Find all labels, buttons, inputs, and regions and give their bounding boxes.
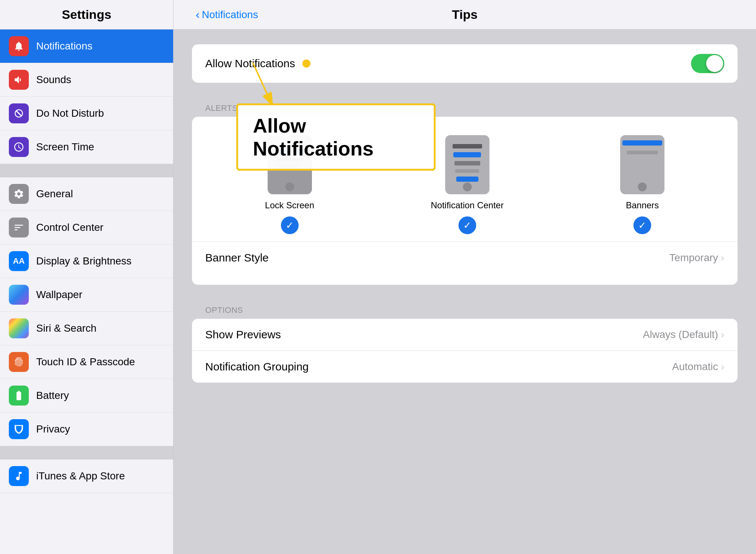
lock-screen-device: 9:41 [268,135,312,194]
device-time: 9:41 [285,140,295,146]
sidebar-item-battery[interactable]: Battery [0,379,173,413]
options-group: Show Previews Always (Default) › Notific… [192,319,738,383]
allow-notifications-label: Allow Notifications [205,57,295,70]
sidebar-item-sounds[interactable]: Sounds [0,63,173,97]
notification-grouping-value-text: Automatic [672,361,718,373]
header-right: ‹ Notifications Tips [173,0,756,29]
sidebar: Notifications Sounds Do Not Disturb [0,30,173,554]
privacy-icon [9,419,29,439]
sidebar-itunes-label: iTunes & App Store [36,470,125,482]
control-center-icon [9,218,29,237]
sidebar-notifications-label: Notifications [36,40,93,52]
notification-grouping-row[interactable]: Notification Grouping Automatic › [192,351,738,383]
screen-time-icon [9,137,29,157]
do-not-disturb-icon [9,103,29,123]
sidebar-touch-id-label: Touch ID & Passcode [36,356,135,368]
banner-style-value: Temporary › [669,252,724,264]
wallpaper-icon [9,285,29,305]
chevron-left-icon: ‹ [196,8,200,21]
notif-bar-2 [277,158,303,161]
chevron-right-icon-3: › [721,361,724,373]
lock-screen-label: Lock Screen [265,200,314,211]
notification-grouping-value: Automatic › [672,361,724,373]
sidebar-item-notifications[interactable]: Notifications [0,30,173,63]
notification-center-check[interactable]: ✓ [458,216,476,234]
allow-notifications-toggle[interactable] [691,54,724,73]
options-section-header: OPTIONS [192,298,738,319]
notification-grouping-label: Notification Grouping [205,360,309,373]
sidebar-item-siri-search[interactable]: Siri & Search [0,312,173,345]
notification-center-label: Notification Center [431,200,504,211]
toggle-knob [706,55,723,72]
options-section: OPTIONS Show Previews Always (Default) ›… [192,298,738,383]
sidebar-item-privacy[interactable]: Privacy [0,413,173,446]
back-button[interactable]: ‹ Notifications [196,8,258,21]
sidebar-item-control-center[interactable]: Control Center [0,211,173,244]
app-header: Settings ‹ Notifications Tips [0,0,756,30]
sidebar-general-label: General [36,188,73,200]
alert-option-lock-screen[interactable]: 9:41 Lock Screen ✓ [265,135,314,234]
back-label: Notifications [202,9,258,21]
show-previews-value: Always (Default) › [643,329,724,341]
chevron-right-icon-2: › [721,329,724,341]
display-brightness-icon: AA [9,251,29,271]
yellow-dot-annotation [302,59,310,68]
alerts-container: 9:41 Lock Screen ✓ [192,117,738,285]
battery-icon [9,386,29,406]
sidebar-display-label: Display & Brightness [36,255,131,267]
right-panel: Allow Notifications ALERTS [173,30,756,411]
notif-bar-1 [275,150,305,155]
banner-style-row[interactable]: Banner Style Temporary › [192,242,738,274]
banners-device [620,135,664,194]
notif-bar-3 [279,164,301,168]
sidebar-battery-label: Battery [36,390,69,401]
siri-search-icon [9,318,29,338]
allow-notifications-group: Allow Notifications [192,44,738,83]
nc-home-button [463,182,472,191]
banners-check[interactable]: ✓ [633,216,651,234]
show-previews-value-text: Always (Default) [643,329,718,341]
sidebar-wallpaper-label: Wallpaper [36,289,82,301]
sidebar-item-wallpaper[interactable]: Wallpaper [0,278,173,312]
alerts-section-header: ALERTS [192,96,738,117]
sidebar-divider-2 [0,446,173,459]
sidebar-screen-time-label: Screen Time [36,141,94,153]
sidebar-control-center-label: Control Center [36,222,103,233]
alerts-section: ALERTS 9:41 Lock Screen [192,96,738,285]
sidebar-item-general[interactable]: General [0,177,173,211]
chevron-right-icon: › [721,252,724,264]
home-button [285,182,294,191]
sidebar-item-touch-id[interactable]: Touch ID & Passcode [0,345,173,379]
lock-screen-check[interactable]: ✓ [281,216,299,234]
main-content: Notifications Sounds Do Not Disturb [0,30,756,554]
touch-id-icon [9,352,29,372]
sidebar-divider-1 [0,164,173,177]
sounds-icon [9,70,29,90]
banners-label: Banners [626,200,659,211]
sidebar-sounds-label: Sounds [36,74,71,86]
notifications-icon [9,36,29,56]
sidebar-item-screen-time[interactable]: Screen Time [0,130,173,164]
banner-style-value-text: Temporary [669,252,718,264]
header-left: Settings [0,0,173,29]
sidebar-item-do-not-disturb[interactable]: Do Not Disturb [0,97,173,130]
alert-options-list: 9:41 Lock Screen ✓ [192,128,738,242]
allow-notifications-row: Allow Notifications [192,44,738,83]
alert-option-banners[interactable]: Banners ✓ [620,135,664,234]
itunes-icon [9,466,29,486]
sidebar-siri-label: Siri & Search [36,322,96,334]
sidebar-item-display-brightness[interactable]: AA Display & Brightness [0,244,173,278]
show-previews-label: Show Previews [205,328,281,341]
banner-style-label: Banner Style [205,252,269,264]
sidebar-privacy-label: Privacy [36,423,70,435]
sidebar-item-itunes[interactable]: iTunes & App Store [0,459,173,493]
general-icon [9,184,29,204]
settings-title: Settings [62,7,111,22]
page-title: Tips [452,7,477,22]
notification-center-device [445,135,489,194]
banners-home-button [638,182,647,191]
sidebar-dnd-label: Do Not Disturb [36,107,104,119]
alert-option-notification-center[interactable]: Notification Center ✓ [431,135,504,234]
show-previews-row[interactable]: Show Previews Always (Default) › [192,319,738,351]
